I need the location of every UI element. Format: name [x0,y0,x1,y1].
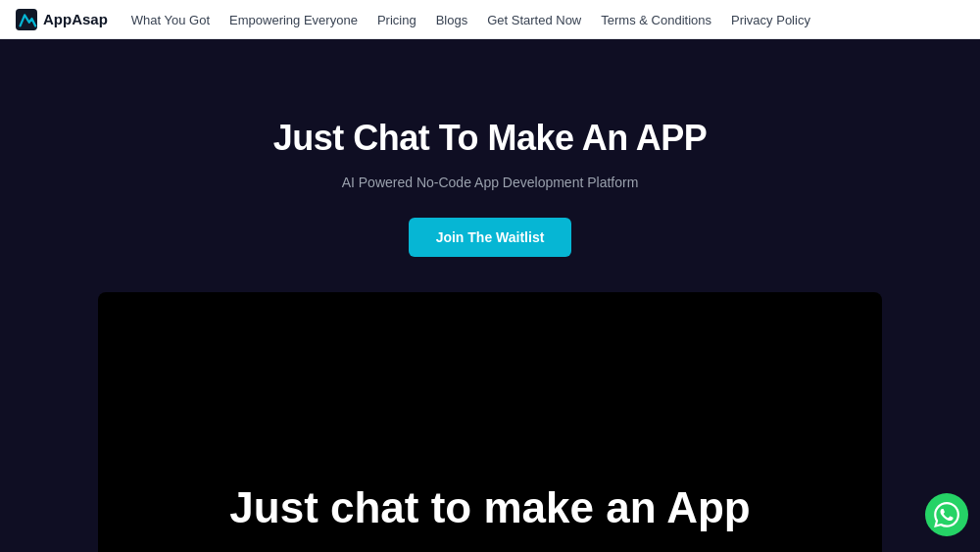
nav-item-terms[interactable]: Terms & Conditions [601,13,711,27]
hero-title: Just Chat To Make An APP [273,118,708,159]
navbar: AppAsap What You Got Empowering Everyone… [0,0,980,39]
nav-item-empowering[interactable]: Empowering Everyone [229,13,358,27]
nav-item-privacy[interactable]: Privacy Policy [731,13,810,27]
video-container[interactable]: Just chat to make an App [98,292,882,552]
logo-icon [16,9,37,30]
brand-name: AppAsap [43,11,108,27]
nav-item-pricing[interactable]: Pricing [377,13,416,27]
whatsapp-icon [934,502,959,527]
cta-button[interactable]: Join The Waitlist [409,218,572,257]
whatsapp-button[interactable] [925,493,968,536]
nav-menu: What You Got Empowering Everyone Pricing… [131,11,810,28]
hero-subtitle: AI Powered No-Code App Development Platf… [342,175,639,190]
logo-link[interactable]: AppAsap [16,9,108,30]
hero-section: Just Chat To Make An APP AI Powered No-C… [0,39,980,552]
nav-item-what-you-got[interactable]: What You Got [131,13,210,27]
video-overlay-text: Just chat to make an App [229,483,750,532]
nav-item-get-started[interactable]: Get Started Now [487,13,581,27]
nav-item-blogs[interactable]: Blogs [436,13,468,27]
